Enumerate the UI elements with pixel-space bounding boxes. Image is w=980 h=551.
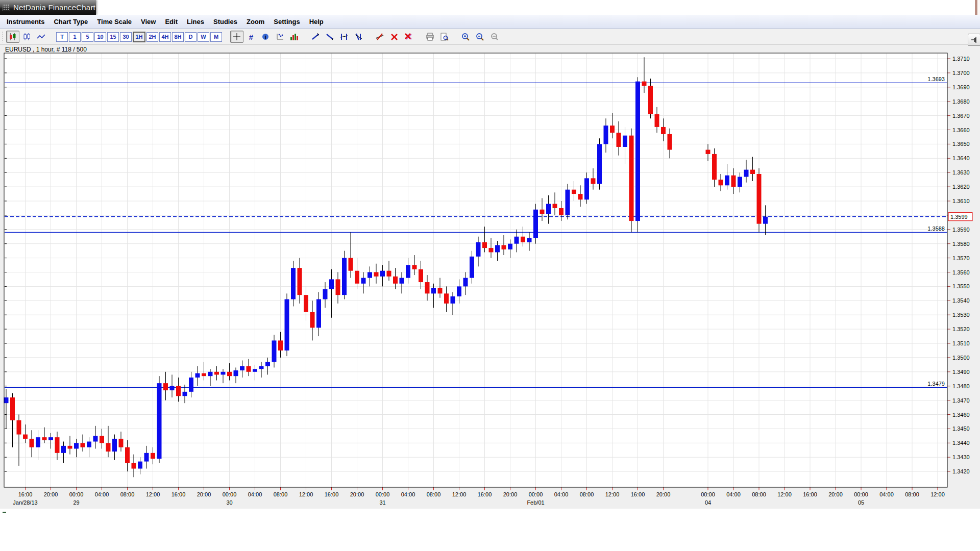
- candle-body: [438, 288, 443, 293]
- plot-area[interactable]: [4, 53, 947, 487]
- toolbar-handle[interactable]: [2, 31, 4, 42]
- y-axis-label: 1.3470: [952, 397, 970, 404]
- y-axis-label: 1.3510: [952, 340, 970, 346]
- x-axis-time-label: 00:00: [223, 491, 237, 497]
- zoom-in-button[interactable]: [459, 31, 472, 43]
- trend-line-up-button[interactable]: [309, 31, 322, 43]
- grid-button[interactable]: #: [244, 31, 258, 43]
- trend-channel-button[interactable]: [337, 31, 351, 43]
- volume-button[interactable]: [287, 31, 301, 43]
- x-axis-time-label: 00:00: [854, 491, 868, 497]
- candle-body: [578, 194, 583, 199]
- candle-body: [183, 392, 187, 396]
- candle-body: [214, 372, 219, 375]
- toolbar: T 1 5 10 15 30 1H 2H 4H 8H D W M # i: [0, 29, 980, 45]
- menu-chart-type[interactable]: Chart Type: [49, 18, 92, 26]
- print-preview-icon: [440, 33, 449, 41]
- candle-body: [163, 383, 168, 390]
- price-marker-button[interactable]: [273, 31, 286, 43]
- pin-panel-button[interactable]: [968, 34, 980, 46]
- candle-body: [4, 397, 9, 403]
- timeframe-8h-button[interactable]: 8H: [172, 32, 184, 42]
- menu-instruments[interactable]: Instruments: [2, 18, 49, 26]
- menu-view[interactable]: View: [136, 18, 160, 26]
- x-axis-time-label: 12:00: [146, 491, 160, 497]
- timeframe-10m-button[interactable]: 10: [94, 32, 106, 42]
- hollow-candles-style-button[interactable]: [20, 31, 34, 43]
- menu-edit[interactable]: Edit: [160, 18, 182, 26]
- timeframe-2h-button[interactable]: 2H: [146, 32, 158, 42]
- candle-body: [546, 204, 551, 214]
- symbol-label: EURUSD , 1 hour, # 118 / 500: [5, 46, 87, 53]
- candle-body: [642, 82, 647, 86]
- x-axis-time-label: 16:00: [172, 491, 186, 497]
- timeframe-15m-button[interactable]: 15: [107, 32, 119, 42]
- delete-all-button[interactable]: [402, 31, 415, 43]
- y-axis-label: 1.3520: [952, 326, 970, 332]
- candle-body: [355, 271, 359, 284]
- y-axis-label: 1.3700: [952, 70, 970, 76]
- candle-body: [81, 443, 85, 447]
- timeframe-5m-button[interactable]: 5: [82, 32, 93, 42]
- y-axis-label: 1.3530: [952, 312, 970, 318]
- menu-settings[interactable]: Settings: [269, 18, 304, 26]
- menu-lines[interactable]: Lines: [182, 18, 209, 26]
- y-axis-label: 1.3450: [952, 425, 970, 432]
- y-axis-label: 1.3620: [952, 184, 970, 190]
- trend-line-down-button[interactable]: [323, 31, 336, 43]
- print-button[interactable]: [423, 31, 436, 43]
- candle-body: [336, 279, 340, 295]
- candlestick-style-button[interactable]: [6, 31, 19, 43]
- candle-body: [400, 278, 404, 284]
- menu-studies[interactable]: Studies: [209, 18, 242, 26]
- y-axis-label: 1.3710: [952, 56, 970, 62]
- candle-body: [48, 437, 53, 440]
- timeframe-4h-button[interactable]: 4H: [159, 32, 171, 42]
- candle-body: [451, 296, 455, 304]
- candle-body: [151, 453, 155, 459]
- line-style-button[interactable]: [35, 31, 48, 43]
- menu-zoom[interactable]: Zoom: [242, 18, 269, 26]
- x-axis-time-label: 04:00: [401, 491, 415, 497]
- candle-body: [93, 436, 98, 441]
- remove-line-button[interactable]: [373, 31, 386, 43]
- timeframe-1h-button[interactable]: 1H: [133, 32, 145, 42]
- crosshair-icon: [233, 33, 241, 41]
- candle-body: [655, 114, 659, 127]
- menu-time-scale[interactable]: Time Scale: [92, 18, 136, 26]
- x-axis-time-label: 08:00: [752, 491, 766, 497]
- delete-button[interactable]: [387, 31, 401, 43]
- zoom-out-button[interactable]: [473, 31, 486, 43]
- y-axis-label: 1.3670: [952, 113, 970, 119]
- timeframe-tick-button[interactable]: T: [56, 32, 68, 42]
- timeframe-day-button[interactable]: D: [185, 32, 197, 42]
- candle-body: [349, 258, 353, 271]
- info-button[interactable]: i: [259, 31, 272, 43]
- price-line-label: 1.3693: [927, 76, 945, 82]
- info-icon: i: [262, 33, 269, 40]
- x-axis-time-label: 20:00: [656, 491, 671, 497]
- zoom-reset-button[interactable]: [487, 31, 501, 43]
- y-axis-label: 1.3560: [952, 269, 970, 276]
- y-axis-label: 1.3580: [952, 241, 970, 247]
- candle-body: [74, 443, 79, 448]
- x-axis-date-label: 29: [73, 499, 79, 506]
- x-axis-time-label: 08:00: [905, 491, 919, 497]
- timeframe-month-button[interactable]: M: [210, 32, 222, 42]
- x-axis-time-label: 16:00: [631, 491, 645, 497]
- menu-help[interactable]: Help: [305, 18, 328, 26]
- timeframe-week-button[interactable]: W: [198, 32, 209, 42]
- svg-text:i: i: [265, 34, 266, 40]
- candle-body: [470, 257, 474, 278]
- candle-body: [508, 244, 512, 249]
- print-preview-button[interactable]: [437, 31, 451, 43]
- candlestick-chart[interactable]: 1.37101.37001.36901.36801.36701.36601.36…: [0, 0, 980, 551]
- trend-extend-button[interactable]: [352, 31, 365, 43]
- timeframe-30m-button[interactable]: 30: [120, 32, 132, 42]
- line-chart-icon: [37, 33, 46, 41]
- timeframe-1m-button[interactable]: 1: [69, 32, 81, 42]
- x-axis-time-label: 12:00: [777, 491, 792, 497]
- candle-body: [514, 237, 519, 244]
- candle-body: [489, 248, 494, 252]
- crosshair-button[interactable]: [230, 31, 243, 43]
